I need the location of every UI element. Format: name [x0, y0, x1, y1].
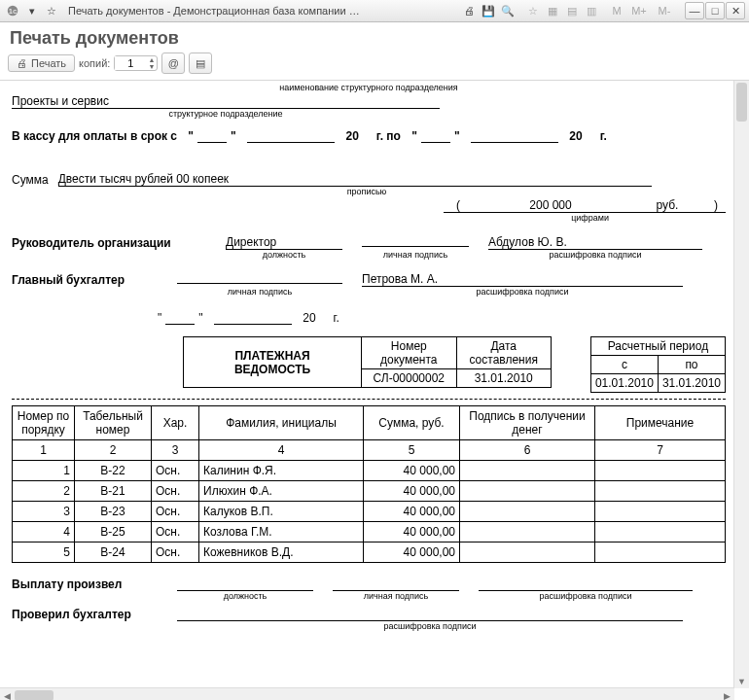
app-icon: 1c	[4, 2, 21, 19]
mem-mminus-icon[interactable]: M-	[653, 2, 676, 19]
minimize-button[interactable]: —	[685, 2, 704, 19]
doc-stamp-table: ПЛАТЕЖНАЯ ВЕДОМОСТЬ Номер документа Дата…	[183, 336, 552, 388]
settings-button[interactable]: ▤	[189, 52, 212, 74]
horizontal-scrollbar[interactable]: ◀ ▶	[0, 687, 734, 700]
print-icon[interactable]: 🖨	[460, 2, 478, 19]
table-row: 4В-25Осн.Козлова Г.М.40 000,00	[13, 522, 726, 542]
table-row: 3В-23Осн.Калуков В.П.40 000,00	[13, 502, 726, 522]
print-button[interactable]: 🖨 Печать	[8, 54, 75, 72]
payment-prefix: В кассу для оплаты в срок с	[12, 129, 177, 143]
dropdown-icon[interactable]: ▾	[23, 2, 41, 19]
star-icon[interactable]: ☆	[43, 2, 60, 19]
divider	[12, 399, 726, 400]
document-body: наименование структурного подразделения …	[0, 81, 749, 641]
head-label: Руководитель организации	[12, 236, 206, 250]
print-button-label: Печать	[31, 57, 66, 69]
scroll-left-icon[interactable]: ◀	[0, 688, 15, 700]
grid1-icon[interactable]: ▦	[544, 2, 561, 19]
spin-up-icon[interactable]: ▲	[146, 56, 157, 63]
calc-icon[interactable]: ▥	[583, 2, 600, 19]
preview-icon[interactable]: 🔍	[499, 2, 517, 19]
subdivision-caption: наименование структурного подразделения	[12, 83, 726, 92]
sum-label: Сумма	[12, 173, 49, 187]
grid2-icon[interactable]: ▤	[563, 2, 581, 19]
svg-text:1c: 1c	[9, 7, 17, 16]
layout-icon: ▤	[196, 57, 205, 70]
stamp-title: ПЛАТЕЖНАЯ ВЕДОМОСТЬ	[184, 337, 362, 388]
checked-label: Проверил бухгалтер	[12, 608, 158, 621]
template-button[interactable]: @	[161, 52, 185, 74]
period-table: Расчетный период с по 01.01.2010 31.01.2…	[590, 336, 726, 393]
mem-mplus-icon[interactable]: M+	[627, 2, 651, 19]
scroll-thumb-vertical[interactable]	[736, 83, 747, 122]
toolbar: 🖨 Печать копий: ▲ ▼ @ ▤	[0, 51, 749, 81]
table-row: 2В-21Осн.Илюхин Ф.А.40 000,00	[13, 481, 726, 502]
page-title: Печать документов	[0, 22, 749, 51]
digits-caption: цифрами	[12, 213, 726, 223]
scroll-down-icon[interactable]: ▼	[734, 674, 749, 688]
window-titlebar: 1c ▾ ☆ Печать документов - Демонстрацион…	[0, 0, 749, 22]
vertical-scrollbar[interactable]: ▲ ▼	[733, 81, 749, 688]
copies-label: копий:	[79, 57, 110, 69]
mem-m-icon[interactable]: M	[608, 2, 625, 19]
head-name: Абдулов Ю. В.	[488, 235, 702, 250]
copies-stepper[interactable]: ▲ ▼	[114, 55, 158, 71]
sum-digits: 200 000	[473, 198, 628, 213]
close-button[interactable]: ✕	[726, 2, 745, 19]
head-job: Директор	[226, 235, 342, 250]
sum-words: Двести тысяч рублей 00 копеек	[58, 172, 652, 187]
project-line: Проекты и сервис	[12, 94, 440, 109]
copies-input[interactable]	[115, 56, 146, 70]
spin-down-icon[interactable]: ▼	[146, 63, 157, 70]
save-icon[interactable]: 💾	[480, 2, 497, 19]
scroll-thumb-horizontal[interactable]	[15, 690, 54, 700]
chief-acc-sign	[177, 269, 342, 284]
table-row: 5В-24Осн.Кожевников В.Д.40 000,00	[13, 542, 726, 563]
at-icon: @	[168, 57, 179, 69]
favorite-icon[interactable]: ☆	[524, 2, 542, 19]
payment-period-line: В кассу для оплаты в срок с " " 20 г. по…	[12, 128, 726, 143]
scroll-right-icon[interactable]: ▶	[720, 688, 734, 700]
maximize-button[interactable]: □	[705, 2, 725, 19]
chief-acc-label: Главный бухгалтер	[12, 273, 158, 287]
period-from: 01.01.2010	[590, 374, 658, 393]
project-caption: структурное подразделение	[12, 109, 440, 119]
chief-acc-name: Петрова М. А.	[362, 272, 683, 287]
window-title: Печать документов - Демонстрационная баз…	[68, 5, 360, 17]
paid-label: Выплату произвел	[12, 578, 158, 591]
period-to: 31.01.2010	[658, 374, 725, 393]
head-sign	[362, 232, 469, 247]
document-viewport: наименование структурного подразделения …	[0, 81, 749, 700]
payroll-table: Номер по порядку Табельный номер Хар. Фа…	[12, 405, 726, 563]
printer-icon: 🖨	[17, 57, 27, 69]
doc-number: СЛ-00000002	[362, 369, 457, 388]
table-row: 1В-22Осн.Калинин Ф.Я.40 000,00	[13, 461, 726, 481]
doc-date: 31.01.2010	[456, 369, 551, 388]
sum-words-caption: прописью	[70, 187, 663, 196]
